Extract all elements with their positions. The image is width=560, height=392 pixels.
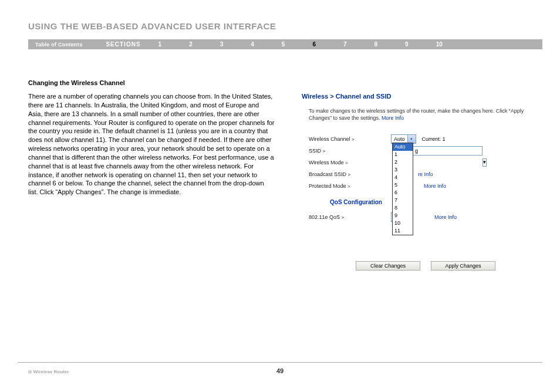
broadcast-ssid-label: Broadcast SSID > bbox=[309, 171, 391, 177]
dropdown-option[interactable]: 8 bbox=[393, 204, 413, 212]
wireless-mode-label: Wireless Mode > bbox=[309, 160, 391, 165]
clear-changes-button[interactable]: Clear Changes bbox=[356, 261, 420, 271]
qos-heading: QoS Configuration bbox=[330, 199, 535, 205]
chevron-right-icon: > bbox=[348, 172, 351, 177]
apply-changes-button[interactable]: Apply Changes bbox=[431, 261, 495, 271]
sections-label: SECTIONS bbox=[106, 41, 140, 48]
dropdown-option[interactable]: 11 bbox=[393, 227, 413, 235]
footer-divider bbox=[18, 362, 542, 363]
dropdown-option[interactable]: Auto bbox=[393, 143, 413, 151]
section-link-8[interactable]: 8 bbox=[375, 41, 378, 48]
body-text: There are a number of operating channels… bbox=[28, 92, 275, 197]
chevron-right-icon: > bbox=[352, 137, 355, 142]
dropdown-option[interactable]: 3 bbox=[393, 166, 413, 174]
breadcrumb: Wireless > Channel and SSID bbox=[302, 93, 535, 100]
dropdown-option[interactable]: 10 bbox=[393, 219, 413, 227]
footer-product: G Wireless Router bbox=[28, 369, 69, 374]
subheading: Changing the Wireless Channel bbox=[28, 79, 275, 86]
toc-link[interactable]: Table of Contents bbox=[35, 42, 82, 48]
chevron-right-icon: > bbox=[323, 148, 326, 154]
wireless-channel-row: Wireless Channel > Auto ▾ Current: 1 bbox=[309, 133, 535, 145]
dropdown-option[interactable]: 7 bbox=[393, 197, 413, 204]
more-info-link[interactable]: More Info bbox=[382, 115, 404, 121]
dropdown-option[interactable]: 5 bbox=[393, 181, 413, 189]
channel-dropdown-list[interactable]: Auto 1 2 3 4 5 6 7 8 9 10 11 bbox=[392, 143, 413, 235]
dropdown-option[interactable]: 4 bbox=[393, 174, 413, 181]
section-link-1[interactable]: 1 bbox=[158, 41, 162, 48]
ssid-label: SSID > bbox=[309, 148, 391, 154]
section-link-4[interactable]: 4 bbox=[251, 41, 254, 48]
more-info-link[interactable]: More Info bbox=[424, 183, 446, 189]
protected-mode-row: Protected Mode > More Info bbox=[309, 180, 535, 192]
section-link-3[interactable]: 3 bbox=[220, 41, 224, 48]
settings-panel: Wireless > Channel and SSID To make chan… bbox=[302, 93, 535, 223]
section-nav: Table of Contents SECTIONS 1 2 3 4 5 6 7… bbox=[28, 39, 542, 49]
qos-label: 802.11e QoS > bbox=[309, 214, 391, 220]
qos-row: 802.11e QoS > on ▾ More Info bbox=[309, 211, 535, 223]
section-link-2[interactable]: 2 bbox=[189, 41, 193, 48]
section-link-9[interactable]: 9 bbox=[405, 41, 409, 48]
chevron-right-icon: > bbox=[342, 215, 345, 220]
page-title: USING THE WEB-BASED ADVANCED USER INTERF… bbox=[28, 21, 276, 31]
section-link-10[interactable]: 10 bbox=[436, 41, 443, 48]
broadcast-ssid-row: Broadcast SSID > re Info bbox=[309, 168, 535, 180]
dropdown-option[interactable]: 2 bbox=[393, 158, 413, 166]
section-link-5[interactable]: 5 bbox=[282, 41, 285, 48]
more-info-link[interactable]: More Info bbox=[434, 214, 457, 220]
wireless-channel-label: Wireless Channel > bbox=[309, 136, 391, 142]
ssid-input[interactable]: g bbox=[412, 146, 483, 156]
protected-mode-label: Protected Mode > bbox=[309, 183, 391, 189]
ssid-row: SSID > g bbox=[309, 145, 535, 157]
dropdown-option[interactable]: 9 bbox=[393, 212, 413, 219]
intro-text: To make changes to the wireless settings… bbox=[309, 108, 535, 121]
chevron-right-icon: > bbox=[348, 184, 350, 189]
footer-page-number: 49 bbox=[276, 367, 284, 374]
wireless-mode-row: Wireless Mode > ▾ bbox=[309, 157, 535, 168]
buttons-row: Clear Changes Apply Changes bbox=[356, 261, 495, 271]
section-link-6[interactable]: 6 bbox=[312, 41, 316, 48]
more-info-link[interactable]: re Info bbox=[418, 171, 433, 177]
section-link-7[interactable]: 7 bbox=[343, 41, 347, 48]
dropdown-option[interactable]: 6 bbox=[393, 189, 413, 197]
current-channel-text: Current: 1 bbox=[422, 136, 446, 142]
dropdown-option[interactable]: 1 bbox=[393, 151, 413, 158]
chevron-down-icon[interactable]: ▾ bbox=[483, 158, 487, 167]
left-column: Changing the Wireless Channel There are … bbox=[28, 79, 275, 197]
chevron-right-icon: > bbox=[345, 160, 348, 165]
section-numbers: 1 2 3 4 5 6 7 8 9 10 bbox=[158, 41, 443, 48]
